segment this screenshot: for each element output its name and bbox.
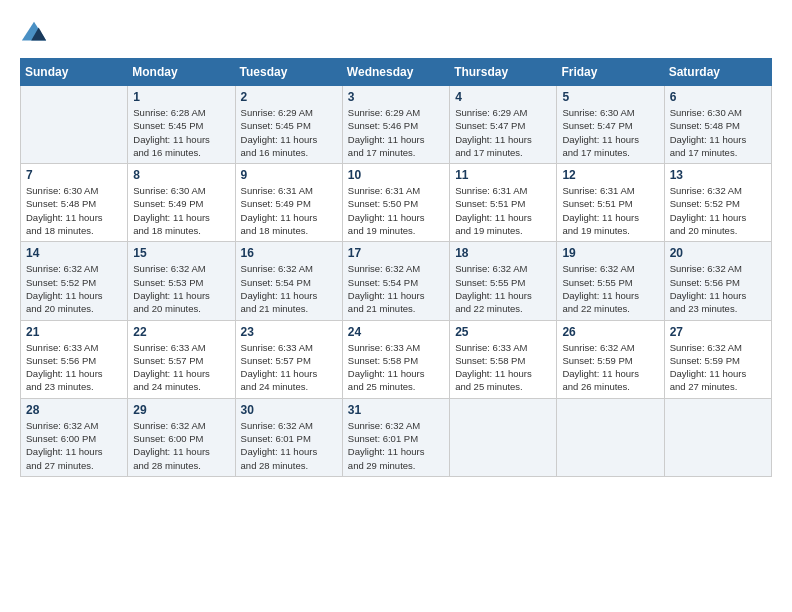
day-number: 28 [26,403,122,417]
calendar-cell: 16Sunrise: 6:32 AMSunset: 5:54 PMDayligh… [235,242,342,320]
day-info: Sunrise: 6:32 AMSunset: 5:56 PMDaylight:… [670,262,766,315]
page: SundayMondayTuesdayWednesdayThursdayFrid… [0,0,792,612]
calendar-cell: 5Sunrise: 6:30 AMSunset: 5:47 PMDaylight… [557,86,664,164]
day-number: 17 [348,246,444,260]
calendar-cell: 18Sunrise: 6:32 AMSunset: 5:55 PMDayligh… [450,242,557,320]
day-number: 18 [455,246,551,260]
calendar-cell: 20Sunrise: 6:32 AMSunset: 5:56 PMDayligh… [664,242,771,320]
calendar-cell: 11Sunrise: 6:31 AMSunset: 5:51 PMDayligh… [450,164,557,242]
day-info: Sunrise: 6:33 AMSunset: 5:58 PMDaylight:… [455,341,551,394]
week-row-3: 14Sunrise: 6:32 AMSunset: 5:52 PMDayligh… [21,242,772,320]
day-number: 21 [26,325,122,339]
calendar-cell: 9Sunrise: 6:31 AMSunset: 5:49 PMDaylight… [235,164,342,242]
calendar-cell: 17Sunrise: 6:32 AMSunset: 5:54 PMDayligh… [342,242,449,320]
calendar-table: SundayMondayTuesdayWednesdayThursdayFrid… [20,58,772,477]
day-info: Sunrise: 6:29 AMSunset: 5:46 PMDaylight:… [348,106,444,159]
day-info: Sunrise: 6:32 AMSunset: 5:59 PMDaylight:… [562,341,658,394]
day-number: 11 [455,168,551,182]
day-number: 30 [241,403,337,417]
day-number: 13 [670,168,766,182]
day-info: Sunrise: 6:28 AMSunset: 5:45 PMDaylight:… [133,106,229,159]
calendar-cell [21,86,128,164]
day-info: Sunrise: 6:32 AMSunset: 5:54 PMDaylight:… [241,262,337,315]
calendar-cell: 30Sunrise: 6:32 AMSunset: 6:01 PMDayligh… [235,398,342,476]
header [20,20,772,48]
calendar-cell: 14Sunrise: 6:32 AMSunset: 5:52 PMDayligh… [21,242,128,320]
day-header-row: SundayMondayTuesdayWednesdayThursdayFrid… [21,59,772,86]
day-number: 16 [241,246,337,260]
logo-icon [20,20,48,48]
day-info: Sunrise: 6:32 AMSunset: 6:01 PMDaylight:… [348,419,444,472]
day-number: 9 [241,168,337,182]
calendar-cell: 23Sunrise: 6:33 AMSunset: 5:57 PMDayligh… [235,320,342,398]
calendar-cell: 13Sunrise: 6:32 AMSunset: 5:52 PMDayligh… [664,164,771,242]
day-info: Sunrise: 6:31 AMSunset: 5:51 PMDaylight:… [455,184,551,237]
day-info: Sunrise: 6:32 AMSunset: 5:53 PMDaylight:… [133,262,229,315]
calendar-cell: 15Sunrise: 6:32 AMSunset: 5:53 PMDayligh… [128,242,235,320]
day-number: 22 [133,325,229,339]
day-info: Sunrise: 6:32 AMSunset: 5:59 PMDaylight:… [670,341,766,394]
day-info: Sunrise: 6:32 AMSunset: 5:55 PMDaylight:… [562,262,658,315]
day-header-thursday: Thursday [450,59,557,86]
day-header-sunday: Sunday [21,59,128,86]
calendar-cell: 7Sunrise: 6:30 AMSunset: 5:48 PMDaylight… [21,164,128,242]
week-row-1: 1Sunrise: 6:28 AMSunset: 5:45 PMDaylight… [21,86,772,164]
calendar-cell: 12Sunrise: 6:31 AMSunset: 5:51 PMDayligh… [557,164,664,242]
day-number: 3 [348,90,444,104]
day-header-monday: Monday [128,59,235,86]
day-number: 31 [348,403,444,417]
day-info: Sunrise: 6:32 AMSunset: 5:55 PMDaylight:… [455,262,551,315]
day-info: Sunrise: 6:32 AMSunset: 6:01 PMDaylight:… [241,419,337,472]
day-number: 2 [241,90,337,104]
day-info: Sunrise: 6:32 AMSunset: 5:54 PMDaylight:… [348,262,444,315]
calendar-cell: 24Sunrise: 6:33 AMSunset: 5:58 PMDayligh… [342,320,449,398]
day-info: Sunrise: 6:31 AMSunset: 5:51 PMDaylight:… [562,184,658,237]
day-info: Sunrise: 6:30 AMSunset: 5:47 PMDaylight:… [562,106,658,159]
day-number: 12 [562,168,658,182]
day-number: 8 [133,168,229,182]
day-info: Sunrise: 6:29 AMSunset: 5:47 PMDaylight:… [455,106,551,159]
calendar-cell: 22Sunrise: 6:33 AMSunset: 5:57 PMDayligh… [128,320,235,398]
day-number: 23 [241,325,337,339]
day-info: Sunrise: 6:33 AMSunset: 5:56 PMDaylight:… [26,341,122,394]
day-number: 19 [562,246,658,260]
calendar-cell: 3Sunrise: 6:29 AMSunset: 5:46 PMDaylight… [342,86,449,164]
day-info: Sunrise: 6:32 AMSunset: 6:00 PMDaylight:… [133,419,229,472]
calendar-cell: 2Sunrise: 6:29 AMSunset: 5:45 PMDaylight… [235,86,342,164]
day-number: 24 [348,325,444,339]
day-number: 1 [133,90,229,104]
day-info: Sunrise: 6:32 AMSunset: 6:00 PMDaylight:… [26,419,122,472]
calendar-cell: 29Sunrise: 6:32 AMSunset: 6:00 PMDayligh… [128,398,235,476]
week-row-5: 28Sunrise: 6:32 AMSunset: 6:00 PMDayligh… [21,398,772,476]
day-info: Sunrise: 6:33 AMSunset: 5:58 PMDaylight:… [348,341,444,394]
calendar-cell [557,398,664,476]
day-info: Sunrise: 6:31 AMSunset: 5:50 PMDaylight:… [348,184,444,237]
calendar-cell [664,398,771,476]
day-header-wednesday: Wednesday [342,59,449,86]
day-info: Sunrise: 6:33 AMSunset: 5:57 PMDaylight:… [133,341,229,394]
day-info: Sunrise: 6:30 AMSunset: 5:48 PMDaylight:… [26,184,122,237]
day-info: Sunrise: 6:33 AMSunset: 5:57 PMDaylight:… [241,341,337,394]
calendar-cell: 1Sunrise: 6:28 AMSunset: 5:45 PMDaylight… [128,86,235,164]
calendar-cell: 21Sunrise: 6:33 AMSunset: 5:56 PMDayligh… [21,320,128,398]
calendar-cell [450,398,557,476]
calendar-cell: 26Sunrise: 6:32 AMSunset: 5:59 PMDayligh… [557,320,664,398]
day-number: 25 [455,325,551,339]
day-number: 27 [670,325,766,339]
day-number: 10 [348,168,444,182]
day-number: 14 [26,246,122,260]
calendar-cell: 25Sunrise: 6:33 AMSunset: 5:58 PMDayligh… [450,320,557,398]
day-header-saturday: Saturday [664,59,771,86]
day-number: 20 [670,246,766,260]
calendar-cell: 10Sunrise: 6:31 AMSunset: 5:50 PMDayligh… [342,164,449,242]
day-info: Sunrise: 6:31 AMSunset: 5:49 PMDaylight:… [241,184,337,237]
day-header-tuesday: Tuesday [235,59,342,86]
day-number: 6 [670,90,766,104]
calendar-cell: 8Sunrise: 6:30 AMSunset: 5:49 PMDaylight… [128,164,235,242]
day-info: Sunrise: 6:30 AMSunset: 5:48 PMDaylight:… [670,106,766,159]
logo [20,20,52,48]
day-number: 7 [26,168,122,182]
day-number: 4 [455,90,551,104]
day-number: 29 [133,403,229,417]
calendar-cell: 19Sunrise: 6:32 AMSunset: 5:55 PMDayligh… [557,242,664,320]
